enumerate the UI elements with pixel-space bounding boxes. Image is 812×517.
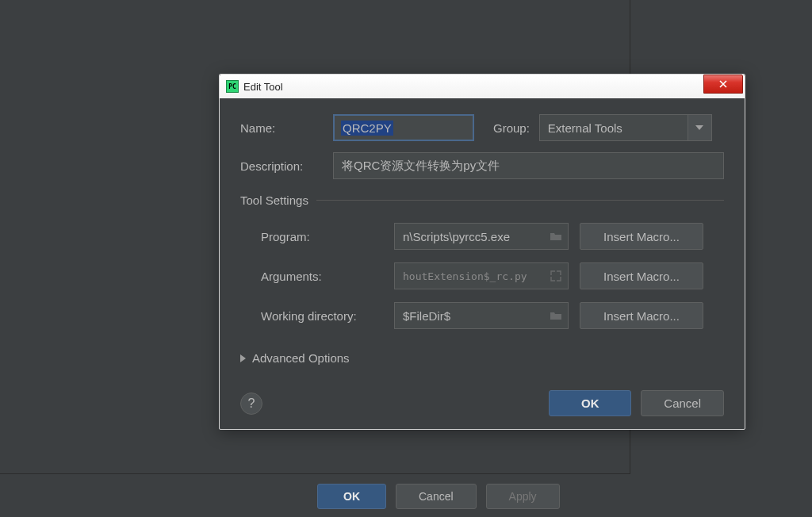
chevron-down-icon bbox=[695, 125, 703, 130]
titlebar[interactable]: PC Edit Tool bbox=[220, 75, 745, 98]
parent-cancel-button[interactable]: Cancel bbox=[396, 484, 477, 509]
arguments-input[interactable] bbox=[394, 262, 569, 289]
description-row: Description: bbox=[240, 152, 724, 179]
close-button[interactable] bbox=[703, 75, 743, 94]
triangle-right-icon bbox=[240, 354, 246, 362]
program-input-wrap bbox=[394, 223, 569, 250]
name-input-value: QRC2PY bbox=[341, 121, 393, 136]
insert-macro-program-button[interactable]: Insert Macro... bbox=[580, 223, 703, 250]
description-input[interactable] bbox=[333, 152, 724, 179]
name-input[interactable]: QRC2PY bbox=[333, 114, 474, 141]
group-combobox[interactable]: External Tools bbox=[539, 114, 712, 141]
parent-footer: OK Cancel Apply bbox=[0, 474, 812, 517]
folder-icon[interactable] bbox=[550, 310, 562, 321]
workdir-row: Working directory: Insert Macro... bbox=[240, 302, 724, 329]
workdir-label: Working directory: bbox=[261, 309, 383, 323]
expand-icon[interactable] bbox=[550, 270, 562, 281]
program-row: Program: Insert Macro... bbox=[240, 223, 724, 250]
group-value[interactable]: External Tools bbox=[539, 114, 688, 141]
parent-ok-button[interactable]: OK bbox=[317, 484, 386, 509]
section-divider bbox=[316, 200, 724, 201]
parent-footer-buttons: OK Cancel Apply bbox=[317, 484, 560, 509]
group-label: Group: bbox=[493, 121, 530, 135]
description-label: Description: bbox=[240, 159, 324, 173]
workdir-input-wrap bbox=[394, 302, 569, 329]
close-icon bbox=[718, 79, 728, 89]
advanced-options-label: Advanced Options bbox=[252, 351, 350, 365]
name-label: Name: bbox=[240, 121, 324, 135]
group-dropdown-button[interactable] bbox=[688, 114, 712, 141]
footer-buttons: OK Cancel bbox=[549, 390, 724, 416]
tool-settings-header: Tool Settings bbox=[240, 193, 724, 207]
parent-apply-button[interactable]: Apply bbox=[486, 484, 560, 509]
arguments-row: Arguments: Insert Macro... bbox=[240, 262, 724, 289]
insert-macro-workdir-button[interactable]: Insert Macro... bbox=[580, 302, 703, 329]
help-button[interactable]: ? bbox=[240, 393, 262, 415]
advanced-options-row[interactable]: Advanced Options bbox=[240, 351, 724, 365]
dialog-title: Edit Tool bbox=[243, 81, 283, 93]
folder-icon[interactable] bbox=[550, 231, 562, 242]
name-group-row: Name: QRC2PY Group: External Tools bbox=[240, 114, 724, 141]
dialog-footer: ? OK Cancel bbox=[240, 384, 724, 416]
tool-settings-label: Tool Settings bbox=[240, 193, 308, 207]
program-input[interactable] bbox=[394, 223, 569, 250]
workdir-input[interactable] bbox=[394, 302, 569, 329]
arguments-input-wrap bbox=[394, 262, 569, 289]
ok-button[interactable]: OK bbox=[549, 390, 631, 416]
edit-tool-dialog: PC Edit Tool Name: QRC2PY Group: Externa… bbox=[219, 74, 745, 430]
program-label: Program: bbox=[261, 230, 383, 243]
dialog-body: Name: QRC2PY Group: External Tools Descr… bbox=[220, 98, 745, 429]
arguments-label: Arguments: bbox=[261, 270, 383, 283]
titlebar-left: PC Edit Tool bbox=[226, 80, 283, 93]
insert-macro-arguments-button[interactable]: Insert Macro... bbox=[580, 262, 703, 289]
cancel-button[interactable]: Cancel bbox=[641, 390, 724, 416]
pycharm-icon: PC bbox=[226, 80, 239, 93]
